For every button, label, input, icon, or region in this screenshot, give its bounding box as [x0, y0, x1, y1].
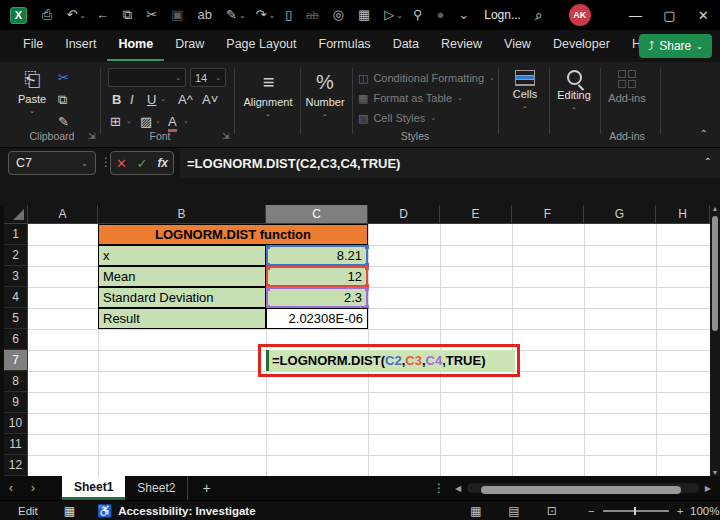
clipboard-dialog-launcher-icon[interactable]: ⇲: [88, 131, 96, 141]
name-box[interactable]: C7⌄: [8, 151, 96, 175]
copy-icon[interactable]: ⧉: [116, 0, 139, 30]
row-header-5[interactable]: 5: [4, 308, 28, 329]
row-header-11[interactable]: 11: [4, 434, 28, 455]
save-icon[interactable]: ⎙: [35, 0, 59, 30]
horizontal-scroll-thumb[interactable]: [481, 486, 681, 494]
ink-chevron-icon[interactable]: ⌄: [239, 11, 249, 20]
prev-sheet-icon[interactable]: ‹: [0, 481, 22, 495]
scroll-down-icon[interactable]: ▼: [712, 469, 719, 476]
row-header-1[interactable]: 1: [4, 224, 28, 245]
column-header-G[interactable]: G: [584, 205, 656, 224]
column-header-E[interactable]: E: [440, 205, 512, 224]
cell-label-mean[interactable]: Mean: [98, 266, 266, 287]
row-header-6[interactable]: 6: [4, 329, 28, 350]
strikethrough-icon[interactable]: ab: [299, 0, 325, 30]
italic-button[interactable]: I: [130, 92, 134, 107]
accessibility-icon[interactable]: ♿: [97, 504, 112, 518]
row-header-9[interactable]: 9: [4, 392, 28, 413]
row-header-2[interactable]: 2: [4, 245, 28, 266]
format-painter-icon[interactable]: ✎: [58, 114, 69, 129]
borders-chevron-icon[interactable]: ⌄: [126, 117, 132, 125]
enter-icon[interactable]: ✓: [137, 156, 148, 171]
underline-button[interactable]: U: [147, 92, 156, 107]
formula-input[interactable]: =LOGNORM.DIST(C2,C3,C4,TRUE): [180, 148, 720, 178]
insert-function-icon[interactable]: fx: [157, 156, 168, 170]
ribbon-tab-view[interactable]: View: [493, 31, 542, 61]
styles-item-cell-styles[interactable]: ▧Cell Styles⌄: [358, 108, 495, 128]
horizontal-scrollbar[interactable]: ◀ ▶: [455, 481, 711, 495]
cell-label-standard-deviation[interactable]: Standard Deviation: [98, 287, 266, 308]
fill-color-chevron-icon[interactable]: ⌄: [155, 117, 161, 125]
undo-chevron-icon[interactable]: ⌄: [79, 11, 89, 20]
font-size-combobox[interactable]: 14⌄: [190, 68, 226, 87]
qat-overflow-icon[interactable]: ⌄: [451, 0, 476, 30]
number-button[interactable]: % Number ⌄: [302, 70, 348, 118]
cell-value-mean[interactable]: 12: [266, 266, 368, 287]
record-icon[interactable]: ●: [429, 0, 451, 30]
run-macro-chevron-icon[interactable]: ⌄: [396, 11, 406, 20]
editing-button[interactable]: Editing ⌄: [552, 70, 596, 111]
cell-label-x[interactable]: x: [98, 245, 266, 266]
font-name-combobox[interactable]: ⌄: [108, 68, 186, 87]
sheet-tab-sheet1[interactable]: Sheet1: [62, 476, 125, 500]
zoom-out-icon[interactable]: −: [588, 505, 595, 517]
close-button[interactable]: ✕: [686, 0, 720, 30]
borders-icon[interactable]: ⊞: [110, 114, 121, 129]
account-avatar[interactable]: AK: [569, 4, 591, 26]
styles-item-conditional-formatting[interactable]: ◫Conditional Formatting⌄: [358, 68, 495, 88]
row-header-12[interactable]: 12: [4, 455, 28, 476]
column-header-H[interactable]: H: [656, 205, 710, 224]
zoom-slider-thumb[interactable]: [634, 507, 637, 515]
column-header-A[interactable]: A: [28, 205, 98, 224]
cell-value-result[interactable]: 2.02308E-06: [266, 308, 368, 329]
vertical-scrollbar[interactable]: ▲ ▼: [710, 205, 720, 476]
add-ins-button[interactable]: Add-ins: [604, 70, 650, 104]
cell-title[interactable]: LOGNORM.DIST function: [98, 224, 368, 245]
zoom-slider[interactable]: [603, 510, 669, 512]
column-header-C[interactable]: C: [266, 205, 368, 224]
collapse-formula-bar-icon[interactable]: ⌃: [704, 156, 712, 167]
share-button[interactable]: ⤴ Share ⌄: [639, 34, 712, 58]
ribbon-tab-developer[interactable]: Developer: [542, 31, 621, 61]
row-header-4[interactable]: 4: [4, 287, 28, 308]
ribbon-tab-insert[interactable]: Insert: [54, 31, 107, 61]
redo-chevron-icon[interactable]: ⌄: [269, 11, 279, 20]
camera-icon[interactable]: ◎: [326, 0, 351, 30]
normal-view-icon[interactable]: ▦: [470, 504, 481, 518]
zoom-in-icon[interactable]: +: [677, 505, 684, 517]
cell-label-result[interactable]: Result: [98, 308, 266, 329]
next-sheet-icon[interactable]: ›: [22, 481, 44, 495]
sheet-tab-sheet2[interactable]: Sheet2: [125, 476, 188, 500]
alignment-button[interactable]: ≡ Alignment ⌄: [240, 70, 296, 118]
scroll-up-icon[interactable]: ▲: [712, 205, 719, 212]
zoom-level[interactable]: 100%: [690, 505, 719, 517]
minimize-button[interactable]: —: [619, 0, 653, 30]
row-header-10[interactable]: 10: [4, 413, 28, 434]
grow-font-button[interactable]: A^: [178, 92, 193, 107]
underline-chevron-icon[interactable]: ⌄: [160, 95, 166, 103]
row-header-8[interactable]: 8: [4, 371, 28, 392]
ribbon-tab-home[interactable]: Home: [107, 31, 164, 61]
row-header-3[interactable]: 3: [4, 266, 28, 287]
vertical-scroll-thumb[interactable]: [712, 216, 718, 331]
search-icon[interactable]: ⌕: [535, 7, 543, 24]
cancel-icon[interactable]: ✕: [116, 156, 127, 171]
table-lookup-icon[interactable]: ▦: [351, 0, 377, 30]
add-sheet-button[interactable]: +: [188, 480, 224, 496]
replace-icon[interactable]: ab: [191, 0, 219, 30]
styles-item-format-as-table[interactable]: ▦Format as Table⌄: [358, 88, 495, 108]
bold-button[interactable]: B: [112, 92, 121, 107]
maximize-button[interactable]: ▢: [652, 0, 686, 30]
scroll-right-icon[interactable]: ▶: [705, 484, 711, 493]
fill-color-icon[interactable]: ▨: [140, 114, 152, 129]
page-break-view-icon[interactable]: ⊡: [547, 504, 557, 518]
page-layout-view-icon[interactable]: ▤: [508, 504, 519, 518]
ribbon-tab-page-layout[interactable]: Page Layout: [215, 31, 307, 61]
ribbon-tab-data[interactable]: Data: [382, 31, 430, 61]
excel-logo-icon[interactable]: X: [10, 7, 27, 24]
scroll-left-icon[interactable]: ◀: [455, 484, 461, 493]
column-header-F[interactable]: F: [512, 205, 584, 224]
macro-record-icon[interactable]: ▦: [64, 504, 75, 518]
document-title[interactable]: Logn...: [484, 8, 521, 22]
font-dialog-launcher-icon[interactable]: ⇲: [222, 131, 230, 141]
